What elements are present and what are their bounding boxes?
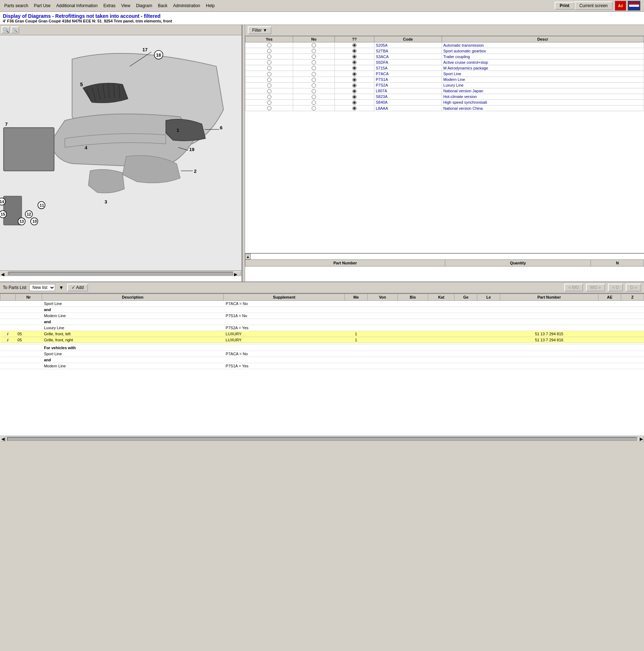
radio-yes[interactable] xyxy=(267,78,271,82)
row-ge xyxy=(455,319,477,325)
radio-no[interactable] xyxy=(312,83,316,88)
radio-yes[interactable] xyxy=(267,55,271,59)
row-von xyxy=(368,319,398,325)
radio-qq[interactable] xyxy=(352,106,357,110)
col-desc-header: Description xyxy=(42,294,223,301)
radio-yes[interactable] xyxy=(267,60,271,64)
table-row[interactable]: i05Grille, front, rightLUXURY151 13 7 29… xyxy=(0,337,644,343)
zoom-in-button[interactable]: 🔍 xyxy=(1,26,10,33)
table-row[interactable]: i05Grille, front, leftLUXURY151 13 7 294… xyxy=(0,331,644,337)
radio-no[interactable] xyxy=(312,100,316,105)
menu-additional-information[interactable]: Additional Information xyxy=(53,2,100,9)
radio-qq[interactable] xyxy=(352,55,357,59)
add-button[interactable]: ✓ Add xyxy=(67,284,88,291)
row-desc: Luxury Line xyxy=(42,325,223,331)
zoom-out-button[interactable]: 🔍 xyxy=(11,26,19,33)
radio-no[interactable] xyxy=(312,78,316,82)
radio-yes[interactable] xyxy=(267,72,271,76)
radio-yes[interactable] xyxy=(267,95,271,99)
row-ge xyxy=(455,325,477,331)
nav-d-next-button[interactable]: D » xyxy=(626,284,641,291)
row-le xyxy=(477,363,500,369)
radio-no[interactable] xyxy=(312,49,316,53)
radio-yes[interactable] xyxy=(267,100,271,105)
hscroll-right-btn[interactable]: ▶ xyxy=(638,436,644,441)
row-icon: i xyxy=(0,337,16,343)
current-screen-button[interactable]: Current screen xyxy=(575,1,613,10)
radio-qq[interactable] xyxy=(352,100,357,105)
radio-yes[interactable] xyxy=(267,43,271,47)
radio-no[interactable] xyxy=(312,66,316,70)
nav-mg-prev-button[interactable]: « MG xyxy=(564,284,583,291)
nav-mg-next-button[interactable]: MG » xyxy=(586,284,605,291)
radio-yes[interactable] xyxy=(267,106,271,110)
menu-back[interactable]: Back xyxy=(155,2,170,9)
row-nr xyxy=(15,357,42,363)
filter-button[interactable]: Filter ▼ xyxy=(248,26,271,34)
filter-code: S205A xyxy=(374,42,442,48)
svg-text:5: 5 xyxy=(80,82,83,87)
row-supplement: P7S1A = Yes xyxy=(224,363,345,369)
radio-no[interactable] xyxy=(312,72,316,76)
menu-parts-search[interactable]: Parts search xyxy=(1,2,31,9)
col-icon-header xyxy=(0,294,16,301)
radio-qq[interactable] xyxy=(352,78,357,82)
row-desc: Sport Line xyxy=(42,301,223,307)
expand-icon[interactable]: ▲ xyxy=(245,254,251,259)
row-le xyxy=(477,325,500,331)
new-list-select[interactable]: New list xyxy=(29,284,55,291)
radio-no[interactable] xyxy=(312,89,316,93)
vertical-splitter[interactable] xyxy=(242,25,245,281)
diagram-scroll-h[interactable]: ◀ ▶ xyxy=(0,270,242,276)
radio-qq[interactable] xyxy=(352,83,357,88)
row-icon xyxy=(0,313,16,319)
radio-no[interactable] xyxy=(312,106,316,110)
radio-no[interactable] xyxy=(312,60,316,64)
menu-part-use[interactable]: Part Use xyxy=(31,2,53,9)
radio-yes[interactable] xyxy=(267,49,271,53)
radio-no[interactable] xyxy=(312,95,316,99)
filter-table-wrap[interactable]: Yes No ?? Code Descr S205AAutomatic tran… xyxy=(245,36,644,253)
radio-qq[interactable] xyxy=(352,89,357,93)
radio-qq[interactable] xyxy=(352,72,357,76)
zoom-in-icon: 🔍 xyxy=(3,27,9,33)
filter-code: L8AAA xyxy=(374,105,442,111)
menu-view[interactable]: View xyxy=(118,2,133,9)
radio-yes[interactable] xyxy=(267,83,271,88)
radio-qq[interactable] xyxy=(352,66,357,70)
hscroll-track[interactable] xyxy=(7,437,637,441)
row-ge xyxy=(455,363,477,369)
filter-table: Yes No ?? Code Descr S205AAutomatic tran… xyxy=(245,36,644,111)
row-part-number xyxy=(500,307,598,313)
ad-icon[interactable]: Ad xyxy=(615,1,626,11)
hscroll-left-btn[interactable]: ◀ xyxy=(0,436,6,441)
menu-help[interactable]: Help xyxy=(203,2,218,9)
bottom-hscroll[interactable]: ◀ ▶ xyxy=(0,436,644,441)
radio-qq[interactable] xyxy=(352,95,357,99)
radio-yes[interactable] xyxy=(267,89,271,93)
filter-header: Filter ▼ xyxy=(245,25,644,36)
print-button[interactable]: Print xyxy=(555,2,574,10)
zoom-out-icon: 🔍 xyxy=(13,28,17,32)
row-ge xyxy=(455,331,477,337)
nav-d-prev-button[interactable]: « D xyxy=(608,284,623,291)
scroll-track-h[interactable] xyxy=(9,272,233,275)
menu-administration[interactable]: Administration xyxy=(170,2,203,9)
radio-qq[interactable] xyxy=(352,43,357,47)
row-bis xyxy=(398,301,428,307)
scroll-right-btn[interactable]: ▶ xyxy=(234,272,241,276)
radio-yes[interactable] xyxy=(267,66,271,70)
parts-list-wrap[interactable]: Nr Description Supplement Me Von Bis Kat… xyxy=(0,293,644,436)
radio-qq[interactable] xyxy=(352,60,357,64)
scroll-left-btn[interactable]: ◀ xyxy=(1,272,8,276)
radio-no[interactable] xyxy=(312,43,316,47)
svg-text:12: 12 xyxy=(27,212,31,216)
radio-no[interactable] xyxy=(312,55,316,59)
radio-qq[interactable] xyxy=(352,49,357,53)
flag-icon[interactable] xyxy=(628,1,640,11)
menu-extras[interactable]: Extras xyxy=(100,2,118,9)
row-icon xyxy=(0,363,16,369)
menu-diagram[interactable]: Diagram xyxy=(133,2,155,9)
row-von xyxy=(368,301,398,307)
diagram-area[interactable]: 5 17 18 1 6 2 xyxy=(0,35,242,270)
